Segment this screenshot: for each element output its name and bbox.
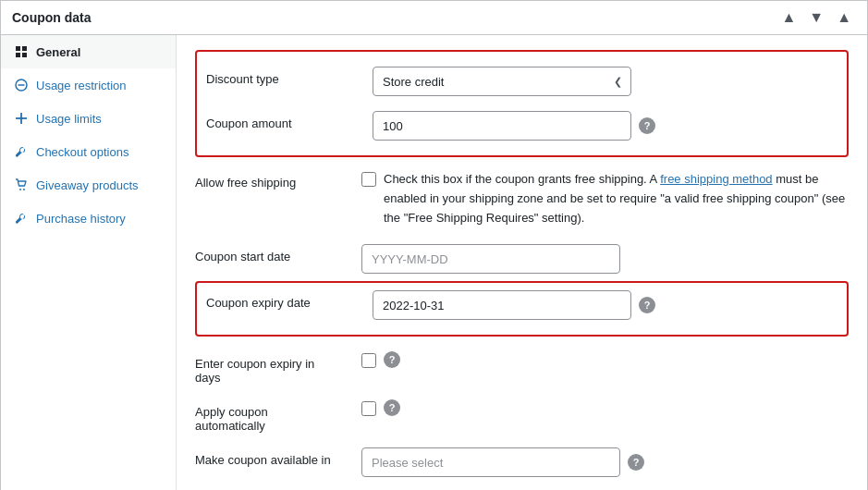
allow-free-shipping-text: Check this box if the coupon grants free… bbox=[384, 170, 849, 227]
make-coupon-available-label: Make coupon available in bbox=[195, 447, 361, 467]
coupon-expiry-days-control: ? bbox=[361, 351, 849, 368]
coupon-expiry-date-help-icon: ? bbox=[639, 297, 655, 313]
make-coupon-available-row: Make coupon available in Please select ? bbox=[195, 440, 849, 484]
svg-rect-0 bbox=[16, 46, 20, 51]
panel-title: Coupon data bbox=[12, 10, 92, 25]
discount-type-row: Discount type Percentage discount Fixed … bbox=[206, 59, 837, 104]
allow-free-shipping-checkbox-row: Check this box if the coupon grants free… bbox=[361, 170, 849, 227]
coupon-start-date-row: Coupon start date bbox=[195, 237, 849, 281]
allow-free-shipping-checkbox[interactable] bbox=[361, 172, 376, 187]
coupon-start-date-label: Coupon start date bbox=[195, 244, 361, 263]
plus-icon bbox=[14, 111, 29, 126]
apply-coupon-auto-help-icon: ? bbox=[384, 399, 400, 416]
panel-down-button[interactable]: ▼ bbox=[804, 8, 828, 27]
sidebar-item-usage-restriction[interactable]: Usage restriction bbox=[1, 68, 176, 102]
sidebar-link-usage-limits[interactable]: Usage limits bbox=[36, 112, 102, 126]
main-content: Discount type Percentage discount Fixed … bbox=[177, 35, 867, 490]
panel-up-button[interactable]: ▲ bbox=[776, 8, 801, 27]
free-shipping-method-link[interactable]: free shipping method bbox=[660, 172, 772, 186]
apply-coupon-auto-checkbox[interactable] bbox=[361, 401, 376, 416]
allow-free-shipping-control: Check this box if the coupon grants free… bbox=[361, 170, 849, 227]
cart-icon bbox=[14, 178, 29, 192]
discount-type-select-wrapper: Percentage discount Fixed cart discount … bbox=[373, 67, 631, 96]
sidebar-item-purchase-history[interactable]: Purchase history bbox=[1, 202, 176, 235]
coupon-expiry-days-row: Enter coupon expiry in days ? bbox=[195, 344, 849, 392]
coupon-amount-input[interactable] bbox=[373, 111, 631, 141]
coupon-expiry-days-checkbox[interactable] bbox=[361, 353, 376, 368]
discount-type-label: Discount type bbox=[206, 67, 373, 86]
allow-free-shipping-row: Allow free shipping Check this box if th… bbox=[195, 161, 849, 237]
coupon-data-panel: Coupon data ▲ ▼ ▲ General bbox=[0, 0, 868, 490]
sidebar-item-usage-limits[interactable]: Usage limits bbox=[1, 102, 176, 135]
make-coupon-available-help-icon: ? bbox=[628, 454, 644, 471]
discount-type-select[interactable]: Percentage discount Fixed cart discount … bbox=[373, 67, 631, 96]
sidebar-link-checkout-options[interactable]: Checkout options bbox=[36, 145, 128, 159]
sidebar-link-purchase-history[interactable]: Purchase history bbox=[36, 212, 126, 226]
coupon-amount-row: Coupon amount ? bbox=[206, 104, 837, 148]
sidebar: General Usage restriction bbox=[1, 35, 177, 490]
panel-header: Coupon data ▲ ▼ ▲ bbox=[1, 1, 867, 35]
svg-rect-3 bbox=[22, 53, 27, 57]
make-coupon-available-input[interactable]: Please select bbox=[361, 447, 620, 477]
coupon-expiry-days-label: Enter coupon expiry in days bbox=[195, 351, 361, 385]
svg-point-9 bbox=[23, 189, 25, 190]
svg-rect-2 bbox=[16, 53, 20, 57]
allow-free-shipping-label: Allow free shipping bbox=[195, 170, 361, 190]
sidebar-link-usage-restriction[interactable]: Usage restriction bbox=[36, 79, 127, 92]
sidebar-item-general[interactable]: General bbox=[1, 35, 176, 68]
svg-point-8 bbox=[19, 189, 21, 190]
discount-type-control: Percentage discount Fixed cart discount … bbox=[373, 67, 837, 96]
coupon-amount-control: ? bbox=[373, 111, 837, 141]
sidebar-item-checkout-options[interactable]: Checkout options bbox=[1, 135, 176, 168]
grid-icon bbox=[14, 44, 29, 59]
sidebar-label-general: General bbox=[36, 45, 80, 59]
panel-controls: ▲ ▼ ▲ bbox=[776, 8, 856, 27]
sidebar-item-giveaway-products[interactable]: Giveaway products bbox=[1, 168, 176, 202]
panel-body: General Usage restriction bbox=[1, 35, 867, 490]
svg-rect-1 bbox=[22, 46, 27, 51]
coupon-expiry-date-input[interactable] bbox=[373, 290, 631, 320]
apply-coupon-auto-label: Apply coupon automatically bbox=[195, 399, 361, 433]
coupon-expiry-date-row: Coupon expiry date ? bbox=[206, 290, 837, 327]
apply-coupon-auto-row: Apply coupon automatically ? bbox=[195, 392, 849, 440]
apply-coupon-auto-control: ? bbox=[361, 399, 849, 416]
panel-expand-button[interactable]: ▲ bbox=[832, 8, 856, 27]
circle-minus-icon bbox=[14, 78, 29, 92]
sidebar-link-giveaway-products[interactable]: Giveaway products bbox=[36, 178, 139, 192]
make-coupon-available-control: Please select ? bbox=[361, 447, 849, 477]
coupon-expiry-days-help-icon: ? bbox=[384, 351, 400, 368]
discount-highlight-section: Discount type Percentage discount Fixed … bbox=[195, 50, 849, 157]
wrench-icon bbox=[14, 144, 29, 159]
coupon-start-date-control bbox=[361, 244, 849, 274]
coupon-expiry-date-control: ? bbox=[373, 290, 837, 320]
coupon-expiry-date-label: Coupon expiry date bbox=[206, 290, 373, 310]
coupon-amount-help-icon: ? bbox=[639, 117, 655, 134]
wrench2-icon bbox=[14, 211, 29, 226]
coupon-start-date-input[interactable] bbox=[361, 244, 620, 274]
coupon-amount-label: Coupon amount bbox=[206, 111, 373, 130]
expiry-date-highlight-section: Coupon expiry date ? bbox=[195, 281, 849, 337]
